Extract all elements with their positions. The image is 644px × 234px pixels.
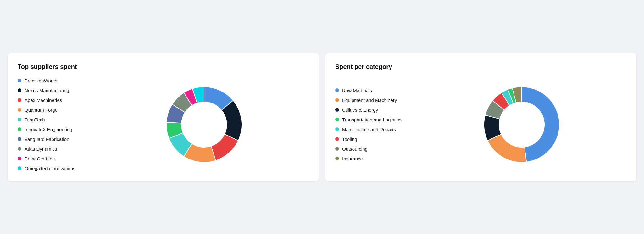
left-chart-container bbox=[99, 81, 309, 169]
right-card-content: Raw MaterialsEquipment and MachineryUtil… bbox=[335, 78, 626, 171]
legend-label: Nexus Manufacturing bbox=[25, 88, 69, 93]
legend-dot bbox=[335, 98, 339, 102]
legend-label: InnovateX Engineering bbox=[25, 127, 72, 132]
legend-item: Maintenance and Repairs bbox=[335, 127, 404, 132]
legend-label: Outsourcing bbox=[342, 146, 368, 152]
legend-label: Transportation and Logistics bbox=[342, 117, 401, 122]
legend-dot bbox=[335, 137, 339, 141]
legend-dot bbox=[335, 157, 339, 160]
legend-item: TitanTech bbox=[18, 117, 87, 122]
right-card-title: Spent per category bbox=[335, 63, 626, 70]
dashboard: Top suppliers spent PrecisionWorksNexus … bbox=[8, 53, 636, 181]
legend-item: Equipment and Machinery bbox=[335, 98, 404, 103]
legend-item: Utilities & Energy bbox=[335, 107, 404, 113]
legend-dot bbox=[335, 127, 339, 131]
legend-label: Utilities & Energy bbox=[342, 107, 378, 113]
right-legend: Raw MaterialsEquipment and MachineryUtil… bbox=[335, 88, 404, 161]
legend-dot bbox=[18, 147, 21, 151]
legend-dot bbox=[335, 147, 339, 151]
legend-label: Tooling bbox=[342, 136, 357, 142]
right-chart-container bbox=[417, 81, 626, 169]
top-suppliers-card: Top suppliers spent PrecisionWorksNexus … bbox=[8, 53, 319, 181]
legend-item: PrimeCraft Inc. bbox=[18, 156, 87, 161]
left-card-content: PrecisionWorksNexus ManufacturingApex Ma… bbox=[18, 78, 309, 171]
legend-dot bbox=[18, 98, 21, 102]
legend-dot bbox=[18, 166, 21, 170]
legend-label: Insurance bbox=[342, 156, 363, 161]
legend-dot bbox=[18, 127, 21, 131]
legend-item: Insurance bbox=[335, 156, 404, 161]
legend-item: Raw Materials bbox=[335, 88, 404, 93]
legend-item: OmegaTech Innovations bbox=[18, 166, 87, 171]
donut-segment bbox=[522, 87, 559, 162]
legend-dot bbox=[18, 108, 21, 112]
left-card-title: Top suppliers spent bbox=[18, 63, 309, 70]
legend-item: Apex Machineries bbox=[18, 98, 87, 103]
legend-label: OmegaTech Innovations bbox=[25, 166, 75, 171]
legend-label: Maintenance and Repairs bbox=[342, 127, 396, 132]
legend-item: InnovateX Engineering bbox=[18, 127, 87, 132]
legend-dot bbox=[18, 88, 21, 92]
legend-label: Raw Materials bbox=[342, 88, 372, 93]
legend-label: Vanguard Fabrication bbox=[25, 136, 69, 142]
donut-segment bbox=[487, 134, 526, 162]
legend-dot bbox=[18, 118, 21, 121]
legend-dot bbox=[335, 118, 339, 121]
legend-dot bbox=[335, 88, 339, 92]
legend-item: Tooling bbox=[335, 136, 404, 142]
legend-label: PrecisionWorks bbox=[25, 78, 57, 83]
legend-item: Outsourcing bbox=[335, 146, 404, 152]
right-donut-chart bbox=[478, 81, 566, 169]
spent-per-category-card: Spent per category Raw MaterialsEquipmen… bbox=[325, 53, 636, 181]
legend-item: Nexus Manufacturing bbox=[18, 88, 87, 93]
legend-label: Atlas Dynamics bbox=[25, 146, 57, 152]
left-donut-chart bbox=[160, 81, 248, 169]
legend-item: Transportation and Logistics bbox=[335, 117, 404, 122]
legend-label: Quantum Forge bbox=[25, 107, 58, 113]
legend-item: Vanguard Fabrication bbox=[18, 136, 87, 142]
legend-dot bbox=[18, 137, 21, 141]
legend-label: Apex Machineries bbox=[25, 98, 62, 103]
legend-label: Equipment and Machinery bbox=[342, 98, 397, 103]
legend-item: Quantum Forge bbox=[18, 107, 87, 113]
legend-item: Atlas Dynamics bbox=[18, 146, 87, 152]
left-legend: PrecisionWorksNexus ManufacturingApex Ma… bbox=[18, 78, 87, 171]
legend-dot bbox=[18, 79, 21, 82]
legend-item: PrecisionWorks bbox=[18, 78, 87, 83]
legend-dot bbox=[335, 108, 339, 112]
legend-label: PrimeCraft Inc. bbox=[25, 156, 56, 161]
legend-label: TitanTech bbox=[25, 117, 45, 122]
legend-dot bbox=[18, 157, 21, 160]
